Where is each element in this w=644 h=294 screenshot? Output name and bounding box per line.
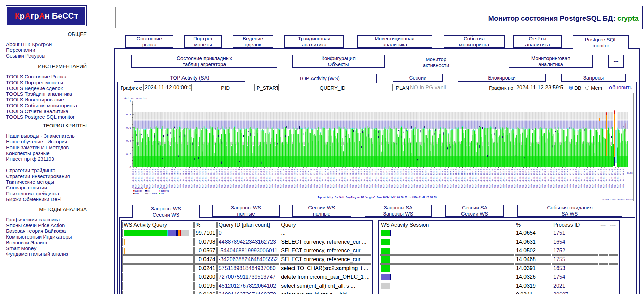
svg-text:2024-11-12 08:32: 2024-11-12 08:32 (377, 169, 380, 188)
svg-text:2024-11-12 09:18: 2024-11-12 09:18 (400, 169, 402, 188)
svg-text:2024-11-12 12:53: 2024-11-12 12:53 (502, 169, 505, 188)
svg-text:2024-11-12 07:51: 2024-11-12 07:51 (358, 169, 360, 188)
svg-text:2024-11-12 13:45: 2024-11-12 13:45 (528, 169, 530, 188)
svg-text:2024-11-12 09:59: 2024-11-12 09:59 (419, 169, 421, 188)
svg-text:2024-11-12 06:47: 2024-11-12 06:47 (327, 169, 329, 188)
svg-text:2024-11-12 11:26: 2024-11-12 11:26 (461, 169, 463, 188)
svg-text:2024-11-12 14:49: 2024-11-12 14:49 (558, 169, 560, 188)
svg-text:2024-11-12 06:06: 2024-11-12 06:06 (307, 169, 310, 188)
svg-text:2024-11-12 00:35: 2024-11-12 00:35 (149, 169, 151, 188)
svg-text:2024-11-12 01:16: 2024-11-12 01:16 (168, 169, 171, 188)
svg-text:2024-11-12 11:49: 2024-11-12 11:49 (472, 169, 474, 188)
svg-text:2024-11-12 09:47: 2024-11-12 09:47 (413, 169, 416, 188)
svg-text:2024-11-12 12:47: 2024-11-12 12:47 (500, 169, 502, 188)
svg-text:2024-11-12 05:49: 2024-11-12 05:49 (299, 169, 302, 188)
svg-text:2024-11-12 06:00: 2024-11-12 06:00 (305, 169, 307, 188)
svg-text:2024-11-12 01:45: 2024-11-12 01:45 (182, 169, 185, 188)
svg-text:2024-11-12 15:01: 2024-11-12 15:01 (564, 169, 566, 188)
svg-text:2024-11-12 11:55: 2024-11-12 11:55 (475, 169, 477, 188)
svg-text:2024-11-12 12:30: 2024-11-12 12:30 (491, 169, 494, 188)
svg-text:2024-11-12 16:22: 2024-11-12 16:22 (603, 169, 605, 188)
svg-text:2024-11-12 04:10: 2024-11-12 04:10 (252, 169, 254, 188)
svg-text:2024-11-12 08:08: 2024-11-12 08:08 (366, 169, 368, 188)
svg-text:2024-11-12 15:53: 2024-11-12 15:53 (589, 169, 591, 188)
svg-text:2024-11-12 03:58: 2024-11-12 03:58 (246, 169, 249, 188)
svg-text:2024-11-12 08:49: 2024-11-12 08:49 (386, 169, 388, 188)
svg-text:2024-11-12 00:47: 2024-11-12 00:47 (154, 169, 157, 188)
svg-text:EXTENSION: EXTENSION (147, 193, 157, 195)
svg-text:2024-11-12 12:12: 2024-11-12 12:12 (483, 169, 485, 188)
svg-text:2024-11-12 01:04: 2024-11-12 01:04 (163, 169, 165, 188)
svg-text:2024-11-12 01:33: 2024-11-12 01:33 (177, 169, 179, 188)
svg-text:2024-11-12 12:41: 2024-11-12 12:41 (497, 169, 499, 188)
svg-text:2024-11-12 10:28: 2024-11-12 10:28 (433, 169, 435, 188)
svg-text:(C)1974 - 2024: Sergey E. Bolo: (C)1974 - 2024: Sergey E. Bolonin (602, 199, 633, 201)
svg-text:2024-11-12 13:51: 2024-11-12 13:51 (530, 169, 533, 188)
svg-text:2024-11-12 16:51: 2024-11-12 16:51 (617, 169, 619, 188)
svg-text:2024-11-12 07:57: 2024-11-12 07:57 (360, 169, 363, 188)
svg-text:2024-11-12 02:25: 2024-11-12 02:25 (202, 169, 204, 188)
svg-text:2024-11-12 13:57: 2024-11-12 13:57 (533, 169, 535, 188)
svg-text:2024-11-12 05:08: 2024-11-12 05:08 (280, 169, 282, 188)
svg-text:2024-11-12 08:55: 2024-11-12 08:55 (388, 169, 391, 188)
svg-text:2024-11-12 05:55: 2024-11-12 05:55 (302, 169, 304, 188)
svg-text:2024-11-12 01:56: 2024-11-12 01:56 (188, 169, 190, 188)
svg-text:2024-11-12 12:59: 2024-11-12 12:59 (505, 169, 508, 188)
svg-text:2024-11-12 07:28: 2024-11-12 07:28 (346, 169, 349, 188)
svg-text:2024-11-12 02:37: 2024-11-12 02:37 (207, 169, 210, 188)
svg-text:2024-11-12 03:53: 2024-11-12 03:53 (243, 169, 246, 188)
svg-text:2024-11-12 00:00: 2024-11-12 00:00 (132, 169, 134, 188)
svg-text:2024-11-12 09:12: 2024-11-12 09:12 (396, 169, 399, 188)
svg-text:2024-11-12 01:50: 2024-11-12 01:50 (185, 169, 187, 188)
svg-text:2024-11-12 05:14: 2024-11-12 05:14 (282, 169, 285, 188)
svg-text:2024-11-12 16:34: 2024-11-12 16:34 (608, 169, 611, 188)
svg-text:2024-11-12 08:14: 2024-11-12 08:14 (369, 169, 371, 188)
svg-text:CLIENT: CLIENT (161, 188, 168, 190)
svg-text:2024-11-12 02:43: 2024-11-12 02:43 (210, 169, 212, 188)
svg-text:2024-11-12 15:36: 2024-11-12 15:36 (580, 169, 583, 188)
svg-text:2024-11-12 10:57: 2024-11-12 10:57 (447, 169, 449, 188)
svg-text:2024-11-12 05:31: 2024-11-12 05:31 (291, 169, 293, 188)
svg-text:CPU: CPU (161, 193, 164, 195)
svg-text:2024-11-12 06:29: 2024-11-12 06:29 (319, 169, 321, 188)
svg-text:2024-11-12 00:12: 2024-11-12 00:12 (138, 169, 140, 188)
svg-text:2024-11-12 17:03: 2024-11-12 17:03 (622, 169, 625, 188)
svg-text:2024-11-12 02:08: 2024-11-12 02:08 (193, 169, 196, 188)
svg-text:2024-11-12 00:23: 2024-11-12 00:23 (143, 169, 146, 188)
svg-text:2024-11-12 05:02: 2024-11-12 05:02 (277, 169, 279, 188)
svg-text:2024-11-12 02:54: 2024-11-12 02:54 (216, 169, 218, 188)
svg-text:2024-11-12 12:07: 2024-11-12 12:07 (480, 169, 482, 188)
svg-text:2024-11-12 03:47: 2024-11-12 03:47 (241, 169, 243, 188)
svg-text:2024-11-12 02:02: 2024-11-12 02:02 (191, 169, 193, 188)
svg-text:2024-11-12 15:18: 2024-11-12 15:18 (572, 169, 575, 188)
svg-text:2024-11-12 04:39: 2024-11-12 04:39 (266, 169, 268, 188)
svg-text:2024-11-12 16:46: 2024-11-12 16:46 (614, 169, 616, 188)
svg-text:2024-11-12 16:28: 2024-11-12 16:28 (605, 169, 608, 188)
svg-text:2024-11-12 04:27: 2024-11-12 04:27 (260, 169, 262, 188)
svg-text:Active session: Active session (124, 97, 147, 100)
svg-text:2024-11-12 11:20: 2024-11-12 11:20 (458, 169, 460, 188)
svg-text:2024-11-12 04:16: 2024-11-12 04:16 (255, 169, 257, 188)
svg-text:2024-11-12 14:44: 2024-11-12 14:44 (555, 169, 558, 188)
svg-text:2024-11-12 07:16: 2024-11-12 07:16 (341, 169, 343, 188)
svg-text:2024-11-12 16:11: 2024-11-12 16:11 (597, 169, 600, 188)
svg-text:2024-11-12 06:59: 2024-11-12 06:59 (332, 169, 335, 188)
svg-text:2024-11-12 01:10: 2024-11-12 01:10 (166, 169, 168, 188)
svg-text:2024-11-12 08:26: 2024-11-12 08:26 (374, 169, 377, 188)
svg-text:2024-11-12 00:58: 2024-11-12 00:58 (160, 169, 162, 188)
svg-text:2024-11-12 15:47: 2024-11-12 15:47 (586, 169, 588, 188)
svg-text:2024-11-12 06:12: 2024-11-12 06:12 (310, 169, 313, 188)
svg-text:2024-11-12 01:39: 2024-11-12 01:39 (179, 169, 182, 188)
svg-text:2024-11-12 07:04: 2024-11-12 07:04 (335, 169, 338, 188)
svg-text:2024-11-12 09:24: 2024-11-12 09:24 (402, 169, 405, 188)
svg-text:2024-11-12 11:38: 2024-11-12 11:38 (466, 169, 469, 188)
svg-text:2024-11-12 10:34: 2024-11-12 10:34 (436, 169, 438, 188)
svg-text:2024-11-12 03:23: 2024-11-12 03:23 (230, 169, 232, 188)
svg-text:2024-11-12 06:24: 2024-11-12 06:24 (316, 169, 318, 188)
svg-text:2024-11-12 15:30: 2024-11-12 15:30 (578, 169, 580, 188)
svg-text:2024-11-12 06:18: 2024-11-12 06:18 (313, 169, 316, 188)
svg-text:2024-11-12 15:42: 2024-11-12 15:42 (583, 169, 586, 188)
svg-text:2024-11-12 14:03: 2024-11-12 14:03 (536, 169, 538, 188)
svg-text:2024-11-12 12:24: 2024-11-12 12:24 (489, 169, 491, 188)
svg-text:2024-11-12 08:37: 2024-11-12 08:37 (380, 169, 382, 188)
